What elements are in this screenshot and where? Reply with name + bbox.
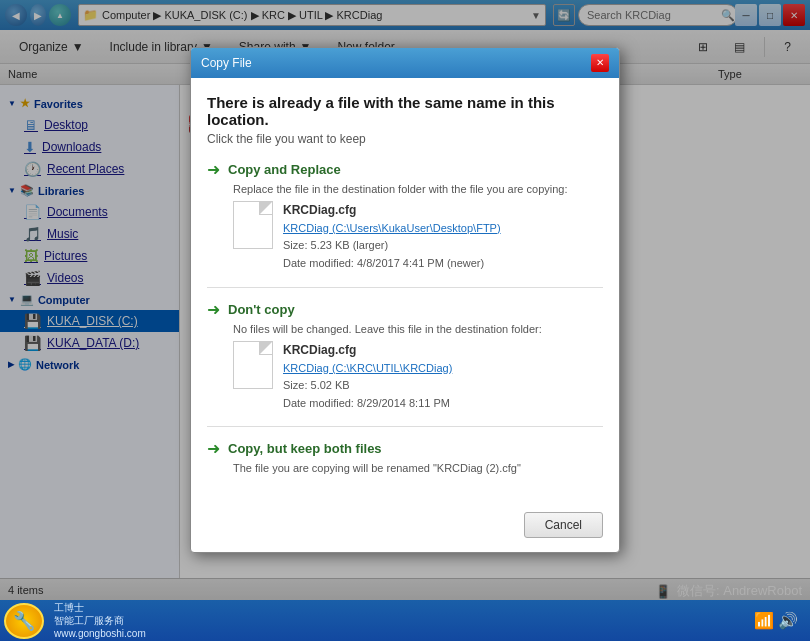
option1-file-info: KRCDiag.cfg KRCDiag (C:\Users\KukaUser\D…: [207, 201, 603, 273]
option2-filepath: KRCDiag (C:\KRC\UTIL\KRCDiag): [283, 360, 452, 378]
option2-size: Size: 5.02 KB: [283, 377, 452, 395]
option2-file-preview-icon: [233, 341, 273, 389]
network-tray-icon: 📶: [754, 611, 774, 630]
option2-description: No files will be changed. Leave this fil…: [207, 323, 603, 335]
option1-filename: KRCDiag.cfg: [283, 201, 501, 220]
option2-file-info: KRCDiag.cfg KRCDiag (C:\KRC\UTIL\KRCDiag…: [207, 341, 603, 413]
option3-title: Copy, but keep both files: [228, 441, 382, 456]
brand-website: www.gongboshi.com: [54, 627, 146, 640]
option2-title: Don't copy: [228, 302, 295, 317]
taskbar-icons: 📶 🔊: [754, 611, 798, 630]
option1-description: Replace the file in the destination fold…: [207, 183, 603, 195]
keep-both-option[interactable]: ➜ Copy, but keep both files The file you…: [207, 439, 603, 474]
cancel-button[interactable]: Cancel: [524, 512, 603, 538]
dialog-title: Copy File: [201, 56, 252, 70]
option1-file-preview-icon: [233, 201, 273, 249]
logo-icon: 🔧: [13, 610, 35, 632]
copy-file-dialog: Copy File ✕ There is already a file with…: [190, 47, 620, 554]
brand-line1: 工博士: [54, 601, 146, 614]
divider1: [207, 287, 603, 288]
option2-date: Date modified: 8/29/2014 8:11 PM: [283, 395, 452, 413]
option1-header: ➜ Copy and Replace: [207, 160, 603, 179]
option3-description: The file you are copying will be renamed…: [207, 462, 603, 474]
divider2: [207, 426, 603, 427]
arrow-icon: ➜: [207, 439, 220, 458]
arrow-icon: ➜: [207, 300, 220, 319]
taskbar: 🔧 工博士 智能工厂服务商 www.gongboshi.com 📶 🔊: [0, 600, 810, 641]
dialog-overlay: Copy File ✕ There is already a file with…: [0, 0, 810, 600]
taskbar-right: 📶 🔊: [746, 611, 806, 630]
option2-file-details: KRCDiag.cfg KRCDiag (C:\KRC\UTIL\KRCDiag…: [283, 341, 452, 413]
arrow-icon: ➜: [207, 160, 220, 179]
option1-size: Size: 5.23 KB (larger): [283, 237, 501, 255]
dialog-body: There is already a file with the same na…: [191, 78, 619, 505]
copy-replace-option[interactable]: ➜ Copy and Replace Replace the file in t…: [207, 160, 603, 273]
option1-title: Copy and Replace: [228, 162, 341, 177]
dont-copy-option[interactable]: ➜ Don't copy No files will be changed. L…: [207, 300, 603, 413]
dialog-footer: Cancel: [191, 504, 619, 552]
taskbar-start: 🔧 工博士 智能工厂服务商 www.gongboshi.com: [4, 601, 146, 640]
option1-date: Date modified: 4/8/2017 4:41 PM (newer): [283, 255, 501, 273]
brand-line2: 智能工厂服务商: [54, 614, 146, 627]
option2-header: ➜ Don't copy: [207, 300, 603, 319]
taskbar-brand: 工博士 智能工厂服务商 www.gongboshi.com: [54, 601, 146, 640]
dialog-title-bar: Copy File ✕: [191, 48, 619, 78]
dialog-heading: There is already a file with the same na…: [207, 94, 603, 128]
sound-tray-icon: 🔊: [778, 611, 798, 630]
option3-header: ➜ Copy, but keep both files: [207, 439, 603, 458]
dialog-subtitle: Click the file you want to keep: [207, 132, 603, 146]
option1-filepath: KRCDiag (C:\Users\KukaUser\Desktop\FTP): [283, 220, 501, 238]
option1-file-details: KRCDiag.cfg KRCDiag (C:\Users\KukaUser\D…: [283, 201, 501, 273]
dialog-close-button[interactable]: ✕: [591, 54, 609, 72]
taskbar-logo[interactable]: 🔧: [4, 603, 44, 639]
option2-filename: KRCDiag.cfg: [283, 341, 452, 360]
